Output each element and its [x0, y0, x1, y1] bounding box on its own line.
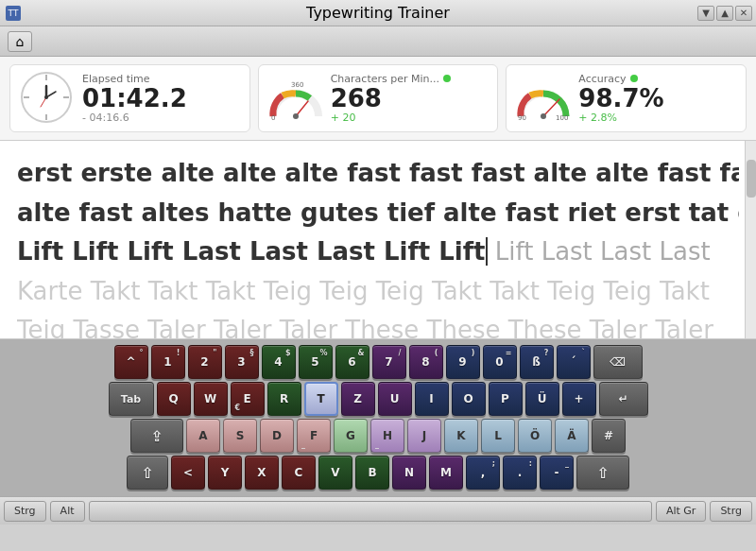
key-capslock[interactable]: ⇪ — [130, 419, 183, 453]
key-row-asdf: ⇪ A S D _F G _H J K L Ö Ä # — [8, 419, 748, 453]
key-z[interactable]: Z — [341, 382, 375, 416]
bottom-bar: Strg Alt Alt Gr Strg — [0, 496, 756, 525]
keyboard-area: °^ !1 "2 §3 $4 %5 &6 /7 (8 )9 =0 ?ß `´ ⌫… — [0, 339, 756, 496]
key-enter[interactable]: ↵ — [599, 382, 648, 416]
text-display: erst erste alte alte alte fast fast fast… — [0, 141, 756, 339]
home-button[interactable]: ⌂ — [8, 31, 32, 52]
key-9[interactable]: )9 — [446, 345, 480, 379]
svg-text:100: 100 — [556, 114, 568, 120]
key-ue[interactable]: Ü — [525, 382, 559, 416]
key-g[interactable]: G — [334, 419, 368, 453]
elapsed-label: Elapsed time — [82, 73, 187, 85]
key-space[interactable] — [89, 501, 652, 522]
key-backspace[interactable]: ⌫ — [593, 345, 643, 379]
key-n[interactable]: N — [392, 456, 426, 490]
titlebar: TT Typewriting Trainer ▼ ▲ ✕ — [0, 0, 756, 26]
key-p[interactable]: P — [489, 382, 523, 416]
key-5[interactable]: %5 — [299, 345, 333, 379]
key-k[interactable]: K — [444, 419, 478, 453]
svg-point-12 — [293, 113, 299, 119]
key-s[interactable]: S — [223, 419, 257, 453]
key-h[interactable]: _H — [370, 419, 404, 453]
text-line-3: Lift Lift Lift Last Last Last Lift Lift … — [17, 232, 739, 272]
text-line-2: alte fast altes hatte gutes tief alte fa… — [17, 194, 739, 233]
key-4[interactable]: $4 — [262, 345, 296, 379]
key-o[interactable]: O — [452, 382, 486, 416]
key-1[interactable]: !1 — [151, 345, 185, 379]
key-l[interactable]: L — [481, 419, 515, 453]
svg-line-11 — [296, 101, 308, 116]
key-y[interactable]: Y — [208, 456, 242, 490]
svg-point-16 — [541, 113, 546, 119]
key-hash[interactable]: # — [592, 419, 626, 453]
key-u[interactable]: U — [378, 382, 412, 416]
close-button[interactable]: ✕ — [735, 6, 752, 21]
key-v[interactable]: V — [318, 456, 352, 490]
maximize-button[interactable]: ▲ — [716, 6, 733, 21]
elapsed-time-card: Elapsed time 01:42.2 - 04:16.6 — [9, 64, 250, 132]
key-shift-left[interactable]: ⇧ — [127, 456, 168, 490]
text-line-1: erst erste alte alte alte fast fast fast… — [17, 154, 739, 194]
titlebar-controls[interactable]: ▼ ▲ ✕ — [697, 6, 752, 21]
key-alt-gr[interactable]: Alt Gr — [656, 501, 706, 522]
key-lt[interactable]: < — [171, 456, 205, 490]
key-c[interactable]: C — [282, 456, 316, 490]
text-scrollbar[interactable] — [745, 141, 756, 338]
key-j[interactable]: J — [407, 419, 441, 453]
key-row-qwertz: Tab Q W €E R T Z U I O P Ü + ↵ — [8, 382, 748, 416]
key-3[interactable]: §3 — [225, 345, 259, 379]
key-7[interactable]: /7 — [372, 345, 406, 379]
key-shift-right[interactable]: ⇧ — [576, 456, 629, 490]
accuracy-label: Accuracy — [578, 73, 626, 85]
cpm-info: Characters per Min... 268 + 20 — [331, 73, 451, 125]
key-w[interactable]: W — [194, 382, 228, 416]
text-line-4: Karte Takt Takt Takt Teig Teig Teig Takt… — [17, 272, 739, 312]
key-strg-right[interactable]: Strg — [710, 501, 752, 522]
app-icon: TT — [6, 6, 21, 21]
key-t[interactable]: T — [304, 382, 338, 416]
scrollbar-thumb[interactable] — [747, 160, 756, 198]
cpm-label: Characters per Min... — [331, 73, 439, 85]
key-acute[interactable]: `´ — [557, 345, 591, 379]
key-x[interactable]: X — [245, 456, 279, 490]
key-q[interactable]: Q — [157, 382, 191, 416]
key-ss[interactable]: ?ß — [520, 345, 554, 379]
accuracy-card: 90 100 Accuracy 98.7% + 2.8% — [506, 64, 747, 132]
accuracy-sub: + 2.8% — [578, 112, 663, 124]
elapsed-sub: - 04:16.6 — [82, 112, 187, 124]
key-i[interactable]: I — [415, 382, 449, 416]
key-ae[interactable]: Ä — [555, 419, 589, 453]
key-b[interactable]: B — [355, 456, 389, 490]
key-caret[interactable]: °^ — [114, 345, 148, 379]
accuracy-info: Accuracy 98.7% + 2.8% — [578, 73, 663, 125]
key-d[interactable]: D — [260, 419, 294, 453]
key-alt-left[interactable]: Alt — [50, 501, 85, 522]
text-line-5: Teig Tasse Taler Taler Taler These These… — [17, 311, 739, 339]
key-plus[interactable]: + — [562, 382, 596, 416]
cpm-gauge: 0 360 — [268, 75, 323, 122]
key-comma[interactable]: ;, — [466, 456, 500, 490]
svg-point-8 — [44, 95, 48, 99]
svg-text:0: 0 — [271, 114, 275, 120]
key-8[interactable]: (8 — [409, 345, 443, 379]
key-0[interactable]: =0 — [483, 345, 517, 379]
accuracy-gauge: 90 100 — [516, 75, 571, 122]
key-f[interactable]: _F — [297, 419, 331, 453]
cpm-indicator — [443, 75, 451, 82]
key-tab[interactable]: Tab — [109, 382, 154, 416]
key-a[interactable]: A — [186, 419, 220, 453]
key-2[interactable]: "2 — [188, 345, 222, 379]
key-6[interactable]: &6 — [335, 345, 369, 379]
key-strg-left[interactable]: Strg — [4, 501, 46, 522]
svg-text:90: 90 — [518, 114, 526, 120]
elapsed-value: 01:42.2 — [82, 85, 187, 112]
key-m[interactable]: M — [429, 456, 463, 490]
key-minus[interactable]: _- — [540, 456, 574, 490]
key-oe[interactable]: Ö — [518, 419, 552, 453]
toolbar: ⌂ — [0, 26, 756, 57]
key-r[interactable]: R — [267, 382, 301, 416]
key-e[interactable]: €E — [231, 382, 265, 416]
elapsed-info: Elapsed time 01:42.2 - 04:16.6 — [82, 73, 187, 125]
key-period[interactable]: :. — [503, 456, 537, 490]
minimize-button[interactable]: ▼ — [697, 6, 714, 21]
